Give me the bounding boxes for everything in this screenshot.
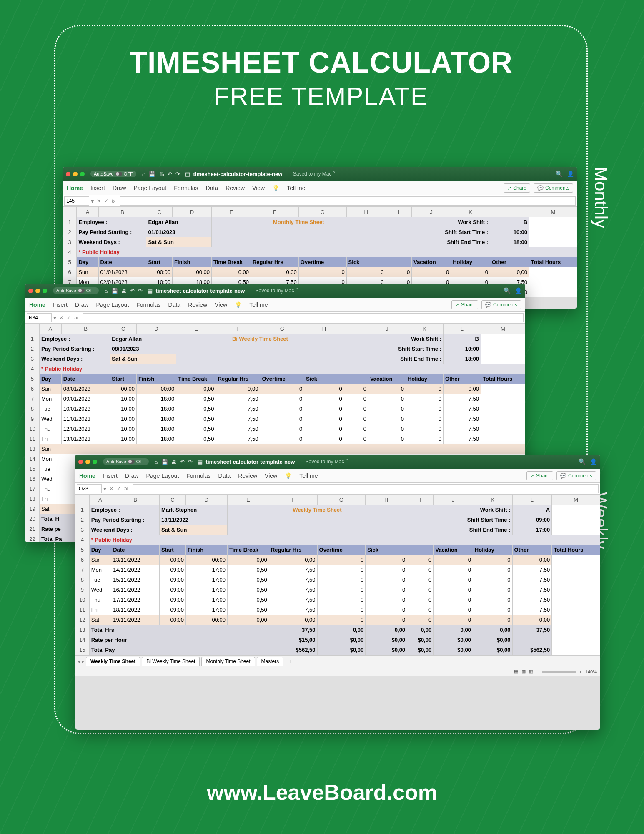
- ribbon-tab-page-layout[interactable]: Page Layout: [96, 301, 129, 308]
- print-icon[interactable]: 🖶: [171, 459, 177, 465]
- col-header-F[interactable]: F: [269, 495, 317, 505]
- cell[interactable]: 09:00: [159, 595, 185, 605]
- ribbon-tab-draw[interactable]: Draw: [75, 301, 89, 308]
- row-header[interactable]: 4: [75, 535, 90, 545]
- cell[interactable]: 0: [386, 267, 412, 277]
- view-break-icon[interactable]: ▧: [529, 669, 533, 674]
- cell[interactable]: $0,00: [317, 645, 366, 655]
- cell[interactable]: 0: [368, 434, 406, 444]
- cell[interactable]: 0: [368, 404, 406, 414]
- cell[interactable]: Shift End Time :: [344, 354, 443, 364]
- table-col-header[interactable]: Total Hours: [529, 257, 577, 267]
- cell[interactable]: 0: [407, 555, 434, 565]
- cell[interactable]: 0: [344, 394, 368, 404]
- col-header-A[interactable]: A: [77, 207, 98, 217]
- cell[interactable]: 0,50: [176, 434, 216, 444]
- row-header[interactable]: 2: [63, 227, 77, 237]
- cell[interactable]: Tue: [39, 404, 61, 414]
- cell[interactable]: 0: [366, 585, 407, 595]
- cell[interactable]: 0: [304, 414, 344, 424]
- col-header-D[interactable]: D: [136, 324, 176, 334]
- table-col-header[interactable]: Regular Hrs: [251, 257, 298, 267]
- col-header-C[interactable]: C: [146, 207, 173, 217]
- cell[interactable]: 09:00: [159, 565, 185, 575]
- cell[interactable]: 0: [434, 585, 473, 595]
- cell[interactable]: 7,50: [512, 605, 552, 615]
- table-col-header[interactable]: Regular Hrs: [269, 545, 317, 555]
- cell[interactable]: $15,00: [269, 635, 317, 645]
- cell[interactable]: 0: [344, 414, 368, 424]
- cell[interactable]: 0: [406, 424, 443, 434]
- row-header[interactable]: 6: [63, 267, 77, 277]
- cell[interactable]: 7,50: [443, 414, 481, 424]
- row-header[interactable]: 14: [25, 454, 40, 464]
- sheet-tab[interactable]: Bi Weekly Time Sheet: [142, 657, 200, 666]
- col-header-L[interactable]: L: [512, 495, 552, 505]
- cell[interactable]: Shift End Time :: [386, 237, 490, 247]
- col-header-C[interactable]: C: [159, 495, 185, 505]
- cell[interactable]: 0: [298, 267, 346, 277]
- cell[interactable]: 00:00: [136, 384, 176, 394]
- cell[interactable]: 0,00: [176, 384, 216, 394]
- maximize-icon[interactable]: [80, 172, 85, 176]
- close-icon[interactable]: [78, 460, 83, 464]
- cell[interactable]: 18:00: [443, 354, 481, 364]
- col-header-D[interactable]: D: [173, 207, 212, 217]
- cell[interactable]: 0: [473, 615, 512, 625]
- cell[interactable]: * Public Holiday: [89, 535, 600, 545]
- cell[interactable]: 0,00: [227, 615, 269, 625]
- cell[interactable]: 0: [368, 394, 406, 404]
- col-header-L[interactable]: L: [443, 324, 481, 334]
- search-icon[interactable]: 🔍: [556, 171, 563, 177]
- cell[interactable]: 09:00: [512, 515, 552, 525]
- cell[interactable]: 01/01/2023: [98, 267, 146, 277]
- tellme-input[interactable]: Tell me: [287, 185, 305, 191]
- cell[interactable]: 17:00: [186, 605, 228, 615]
- cell[interactable]: 0: [304, 394, 344, 404]
- redo-icon[interactable]: ↷: [175, 171, 180, 177]
- ribbon-tab-insert[interactable]: Insert: [103, 472, 118, 479]
- undo-icon[interactable]: ↶: [130, 288, 135, 294]
- view-layout-icon[interactable]: ▥: [521, 669, 526, 674]
- tab-nav-next[interactable]: ▸: [82, 658, 84, 664]
- comments-button[interactable]: 💬Comments: [534, 183, 573, 193]
- cell[interactable]: 10/01/2023: [61, 404, 110, 414]
- cell[interactable]: 00:00: [159, 555, 185, 565]
- save-icon[interactable]: 💾: [161, 459, 168, 465]
- cell[interactable]: 0,50: [227, 575, 269, 585]
- ribbon-tab-page-layout[interactable]: Page Layout: [134, 185, 167, 191]
- row-header[interactable]: 17: [25, 484, 40, 494]
- ribbon-tab-data[interactable]: Data: [218, 472, 231, 479]
- cell[interactable]: 7,50: [443, 404, 481, 414]
- cell[interactable]: Mon: [89, 565, 111, 575]
- table-col-header[interactable]: Holiday: [451, 257, 490, 267]
- name-box[interactable]: N34: [27, 313, 52, 322]
- cell[interactable]: 0: [366, 615, 407, 625]
- cell[interactable]: 0: [260, 384, 304, 394]
- cell[interactable]: 10:00: [110, 424, 137, 434]
- cell[interactable]: 00:00: [146, 267, 173, 277]
- col-header-G[interactable]: G: [317, 495, 366, 505]
- redo-icon[interactable]: ↷: [138, 288, 143, 294]
- cell[interactable]: 0,50: [176, 404, 216, 414]
- zoom-in-button[interactable]: +: [579, 669, 581, 674]
- table-col-header[interactable]: Total Hours: [552, 545, 600, 555]
- ribbon-tab-data[interactable]: Data: [206, 185, 218, 191]
- cell[interactable]: Sat & Sun: [146, 237, 212, 247]
- cell[interactable]: 00:00: [110, 384, 137, 394]
- cell[interactable]: 0,50: [227, 585, 269, 595]
- cell[interactable]: 0: [317, 615, 366, 625]
- search-icon[interactable]: 🔍: [504, 287, 511, 294]
- ribbon-tab-view[interactable]: View: [265, 472, 277, 479]
- cell[interactable]: 0: [260, 424, 304, 434]
- search-icon[interactable]: 🔍: [579, 458, 586, 465]
- cell[interactable]: 14/11/2022: [111, 565, 160, 575]
- cell[interactable]: B: [443, 334, 481, 344]
- share-button[interactable]: ↗Share: [526, 471, 553, 480]
- row-header[interactable]: 2: [25, 344, 40, 354]
- col-header-A[interactable]: A: [89, 495, 111, 505]
- cell[interactable]: 0: [317, 595, 366, 605]
- table-col-header[interactable]: Day: [77, 257, 98, 267]
- cell[interactable]: 0: [366, 595, 407, 605]
- cell[interactable]: 10:00: [110, 434, 137, 444]
